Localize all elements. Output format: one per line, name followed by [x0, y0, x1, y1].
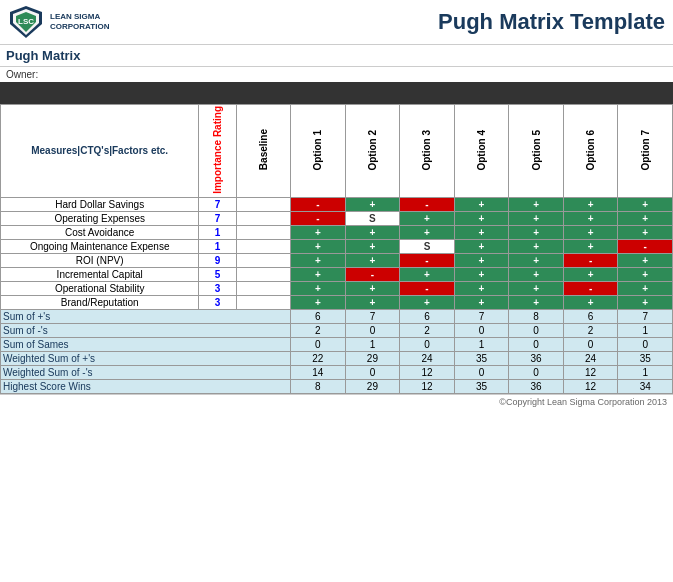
summary-value: 1	[345, 337, 400, 351]
option-cell: +	[291, 225, 346, 239]
summary-value: 0	[563, 337, 618, 351]
importance-label: Importance Rating	[212, 106, 223, 194]
option-cell: +	[400, 225, 455, 239]
option-cell: -	[400, 197, 455, 211]
option-cell: +	[345, 295, 400, 309]
option-cell: +	[509, 295, 564, 309]
option-cell: +	[400, 267, 455, 281]
table-row: Brand/Reputation3+++++++	[1, 295, 673, 309]
pugh-label-row: Pugh Matrix	[0, 45, 673, 67]
table-row: ROI (NPV)9++-++-+	[1, 253, 673, 267]
matrix-table: Measures|CTQ's|Factors etc. Importance R…	[0, 104, 673, 394]
option-cell: +	[509, 239, 564, 253]
summary-label: Sum of Sames	[1, 337, 291, 351]
main-title: Pugh Matrix Template	[438, 9, 665, 34]
summary-value: 35	[454, 379, 509, 393]
summary-value: 0	[345, 323, 400, 337]
option-cell: +	[345, 253, 400, 267]
summary-value: 22	[291, 351, 346, 365]
option-cell: +	[454, 239, 509, 253]
summary-row: Sum of -'s2020021	[1, 323, 673, 337]
summary-label: Weighted Sum of -'s	[1, 365, 291, 379]
table-row: Incremental Capital5+-+++++	[1, 267, 673, 281]
option-cell: +	[618, 211, 673, 225]
summary-value: 2	[563, 323, 618, 337]
table-row: Hard Dollar Savings7-+-++++	[1, 197, 673, 211]
option-cell: +	[618, 267, 673, 281]
option-cell: +	[400, 211, 455, 225]
summary-value: 35	[618, 351, 673, 365]
option-cell: +	[618, 197, 673, 211]
summary-value: 29	[345, 379, 400, 393]
baseline-cell	[236, 253, 291, 267]
option-cell: -	[291, 197, 346, 211]
logo-icon: LSC	[8, 4, 44, 40]
option-cell: +	[563, 267, 618, 281]
option-cell: +	[563, 225, 618, 239]
option-cell: +	[291, 239, 346, 253]
summary-label: Weighted Sum of +'s	[1, 351, 291, 365]
summary-label: Highest Score Wins	[1, 379, 291, 393]
summary-value: 6	[563, 309, 618, 323]
page: LSC LEAN SIGMA CORPORATION Pugh Matrix T…	[0, 0, 673, 582]
importance-header: Importance Rating	[199, 105, 236, 198]
measures-header-cell: Measures|CTQ's|Factors etc.	[1, 105, 199, 198]
summary-value: 14	[291, 365, 346, 379]
column-header-row: Measures|CTQ's|Factors etc. Importance R…	[1, 105, 673, 198]
row-label: Ongoing Maintenance Expense	[1, 239, 199, 253]
summary-value: 36	[509, 379, 564, 393]
option1-header: Option 1	[291, 105, 346, 198]
summary-value: 2	[291, 323, 346, 337]
option7-header: Option 7	[618, 105, 673, 198]
option-cell: -	[400, 253, 455, 267]
option-cell: +	[291, 267, 346, 281]
row-label: Cost Avoidance	[1, 225, 199, 239]
option2-label: Option 2	[367, 130, 378, 171]
option2-header: Option 2	[345, 105, 400, 198]
summary-value: 7	[618, 309, 673, 323]
option-cell: +	[509, 281, 564, 295]
summary-value: 0	[454, 365, 509, 379]
option-cell: +	[618, 281, 673, 295]
option-cell: +	[618, 225, 673, 239]
option-cell: +	[563, 211, 618, 225]
summary-value: 1	[454, 337, 509, 351]
option-cell: +	[509, 197, 564, 211]
option-cell: -	[291, 211, 346, 225]
importance-value: 3	[199, 281, 236, 295]
option-cell: +	[454, 211, 509, 225]
option3-label: Option 3	[421, 130, 432, 171]
summary-value: 7	[454, 309, 509, 323]
baseline-label: Baseline	[258, 129, 269, 170]
option-cell: +	[345, 239, 400, 253]
baseline-cell	[236, 267, 291, 281]
option-cell: -	[563, 253, 618, 267]
summary-value: 29	[345, 351, 400, 365]
table-row: Operational Stability3++-++-+	[1, 281, 673, 295]
option-cell: +	[454, 197, 509, 211]
option-cell: +	[509, 225, 564, 239]
title-area: Pugh Matrix Template	[109, 9, 665, 35]
option-cell: +	[509, 253, 564, 267]
baseline-cell	[236, 239, 291, 253]
summary-value: 36	[509, 351, 564, 365]
data-rows-body: Hard Dollar Savings7-+-++++Operating Exp…	[1, 197, 673, 309]
row-label: Hard Dollar Savings	[1, 197, 199, 211]
option-cell: -	[345, 267, 400, 281]
option-cell: +	[618, 253, 673, 267]
summary-value: 7	[345, 309, 400, 323]
footer: ©Copyright Lean Sigma Corporation 2013	[0, 394, 673, 409]
option5-header: Option 5	[509, 105, 564, 198]
summary-label: Sum of -'s	[1, 323, 291, 337]
summary-value: 12	[563, 365, 618, 379]
summary-row: Sum of Sames0101000	[1, 337, 673, 351]
row-label: ROI (NPV)	[1, 253, 199, 267]
summary-rows-body: Sum of +'s6767867Sum of -'s2020021Sum of…	[1, 309, 673, 393]
summary-value: 12	[400, 379, 455, 393]
summary-value: 2	[400, 323, 455, 337]
option-cell: +	[345, 197, 400, 211]
option-cell: +	[454, 267, 509, 281]
svg-text:LSC: LSC	[18, 17, 34, 26]
summary-value: 0	[509, 323, 564, 337]
summary-value: 0	[509, 365, 564, 379]
